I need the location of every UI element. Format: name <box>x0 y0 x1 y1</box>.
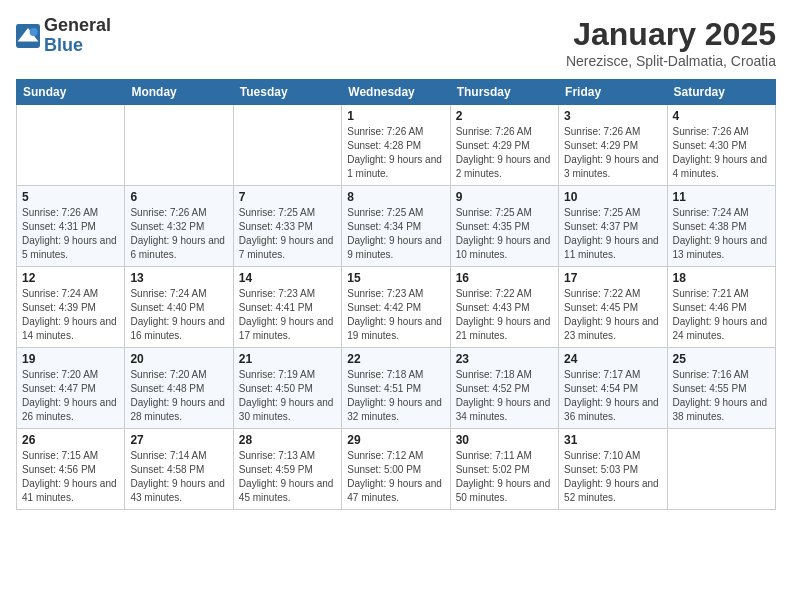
day-number: 10 <box>564 190 661 204</box>
day-number: 18 <box>673 271 770 285</box>
day-info: Sunrise: 7:14 AM Sunset: 4:58 PM Dayligh… <box>130 449 227 505</box>
calendar-cell: 14Sunrise: 7:23 AM Sunset: 4:41 PM Dayli… <box>233 267 341 348</box>
day-number: 16 <box>456 271 553 285</box>
calendar-cell: 13Sunrise: 7:24 AM Sunset: 4:40 PM Dayli… <box>125 267 233 348</box>
day-number: 5 <box>22 190 119 204</box>
day-info: Sunrise: 7:21 AM Sunset: 4:46 PM Dayligh… <box>673 287 770 343</box>
weekday-header-sunday: Sunday <box>17 80 125 105</box>
title-area: January 2025 Nerezisce, Split-Dalmatia, … <box>566 16 776 69</box>
calendar-cell: 25Sunrise: 7:16 AM Sunset: 4:55 PM Dayli… <box>667 348 775 429</box>
day-number: 4 <box>673 109 770 123</box>
day-info: Sunrise: 7:13 AM Sunset: 4:59 PM Dayligh… <box>239 449 336 505</box>
calendar-week-row: 12Sunrise: 7:24 AM Sunset: 4:39 PM Dayli… <box>17 267 776 348</box>
day-info: Sunrise: 7:26 AM Sunset: 4:30 PM Dayligh… <box>673 125 770 181</box>
day-number: 8 <box>347 190 444 204</box>
calendar-cell: 11Sunrise: 7:24 AM Sunset: 4:38 PM Dayli… <box>667 186 775 267</box>
weekday-header-tuesday: Tuesday <box>233 80 341 105</box>
day-info: Sunrise: 7:17 AM Sunset: 4:54 PM Dayligh… <box>564 368 661 424</box>
logo-text: General Blue <box>44 16 111 56</box>
day-number: 27 <box>130 433 227 447</box>
calendar-cell: 24Sunrise: 7:17 AM Sunset: 4:54 PM Dayli… <box>559 348 667 429</box>
weekday-header-wednesday: Wednesday <box>342 80 450 105</box>
day-number: 14 <box>239 271 336 285</box>
day-number: 11 <box>673 190 770 204</box>
day-number: 6 <box>130 190 227 204</box>
calendar-cell: 9Sunrise: 7:25 AM Sunset: 4:35 PM Daylig… <box>450 186 558 267</box>
day-number: 24 <box>564 352 661 366</box>
calendar-cell: 26Sunrise: 7:15 AM Sunset: 4:56 PM Dayli… <box>17 429 125 510</box>
calendar-cell: 2Sunrise: 7:26 AM Sunset: 4:29 PM Daylig… <box>450 105 558 186</box>
calendar-cell: 5Sunrise: 7:26 AM Sunset: 4:31 PM Daylig… <box>17 186 125 267</box>
day-number: 23 <box>456 352 553 366</box>
day-number: 7 <box>239 190 336 204</box>
day-info: Sunrise: 7:16 AM Sunset: 4:55 PM Dayligh… <box>673 368 770 424</box>
calendar-cell: 31Sunrise: 7:10 AM Sunset: 5:03 PM Dayli… <box>559 429 667 510</box>
day-info: Sunrise: 7:25 AM Sunset: 4:37 PM Dayligh… <box>564 206 661 262</box>
day-info: Sunrise: 7:18 AM Sunset: 4:51 PM Dayligh… <box>347 368 444 424</box>
day-number: 19 <box>22 352 119 366</box>
day-number: 28 <box>239 433 336 447</box>
day-info: Sunrise: 7:18 AM Sunset: 4:52 PM Dayligh… <box>456 368 553 424</box>
calendar-cell <box>17 105 125 186</box>
calendar-cell <box>233 105 341 186</box>
day-info: Sunrise: 7:22 AM Sunset: 4:43 PM Dayligh… <box>456 287 553 343</box>
day-info: Sunrise: 7:20 AM Sunset: 4:48 PM Dayligh… <box>130 368 227 424</box>
day-number: 2 <box>456 109 553 123</box>
day-info: Sunrise: 7:25 AM Sunset: 4:35 PM Dayligh… <box>456 206 553 262</box>
logo-blue: Blue <box>44 36 111 56</box>
day-info: Sunrise: 7:23 AM Sunset: 4:42 PM Dayligh… <box>347 287 444 343</box>
day-number: 15 <box>347 271 444 285</box>
calendar-cell: 27Sunrise: 7:14 AM Sunset: 4:58 PM Dayli… <box>125 429 233 510</box>
calendar-cell <box>125 105 233 186</box>
weekday-header-row: SundayMondayTuesdayWednesdayThursdayFrid… <box>17 80 776 105</box>
day-info: Sunrise: 7:24 AM Sunset: 4:38 PM Dayligh… <box>673 206 770 262</box>
calendar-cell: 16Sunrise: 7:22 AM Sunset: 4:43 PM Dayli… <box>450 267 558 348</box>
page-header: General Blue January 2025 Nerezisce, Spl… <box>16 16 776 69</box>
calendar-cell: 6Sunrise: 7:26 AM Sunset: 4:32 PM Daylig… <box>125 186 233 267</box>
calendar-cell: 21Sunrise: 7:19 AM Sunset: 4:50 PM Dayli… <box>233 348 341 429</box>
day-info: Sunrise: 7:22 AM Sunset: 4:45 PM Dayligh… <box>564 287 661 343</box>
day-info: Sunrise: 7:26 AM Sunset: 4:31 PM Dayligh… <box>22 206 119 262</box>
calendar-cell: 30Sunrise: 7:11 AM Sunset: 5:02 PM Dayli… <box>450 429 558 510</box>
calendar-cell: 1Sunrise: 7:26 AM Sunset: 4:28 PM Daylig… <box>342 105 450 186</box>
calendar-cell <box>667 429 775 510</box>
weekday-header-thursday: Thursday <box>450 80 558 105</box>
calendar-cell: 28Sunrise: 7:13 AM Sunset: 4:59 PM Dayli… <box>233 429 341 510</box>
day-number: 9 <box>456 190 553 204</box>
weekday-header-monday: Monday <box>125 80 233 105</box>
day-number: 26 <box>22 433 119 447</box>
day-number: 12 <box>22 271 119 285</box>
calendar-week-row: 19Sunrise: 7:20 AM Sunset: 4:47 PM Dayli… <box>17 348 776 429</box>
day-number: 21 <box>239 352 336 366</box>
day-info: Sunrise: 7:12 AM Sunset: 5:00 PM Dayligh… <box>347 449 444 505</box>
calendar-header: SundayMondayTuesdayWednesdayThursdayFrid… <box>17 80 776 105</box>
calendar-body: 1Sunrise: 7:26 AM Sunset: 4:28 PM Daylig… <box>17 105 776 510</box>
logo-icon <box>16 24 40 48</box>
logo: General Blue <box>16 16 111 56</box>
weekday-header-friday: Friday <box>559 80 667 105</box>
calendar-week-row: 26Sunrise: 7:15 AM Sunset: 4:56 PM Dayli… <box>17 429 776 510</box>
location: Nerezisce, Split-Dalmatia, Croatia <box>566 53 776 69</box>
svg-point-2 <box>30 28 38 36</box>
calendar-cell: 29Sunrise: 7:12 AM Sunset: 5:00 PM Dayli… <box>342 429 450 510</box>
weekday-header-saturday: Saturday <box>667 80 775 105</box>
calendar-cell: 8Sunrise: 7:25 AM Sunset: 4:34 PM Daylig… <box>342 186 450 267</box>
calendar-cell: 22Sunrise: 7:18 AM Sunset: 4:51 PM Dayli… <box>342 348 450 429</box>
day-number: 25 <box>673 352 770 366</box>
day-number: 3 <box>564 109 661 123</box>
calendar-week-row: 5Sunrise: 7:26 AM Sunset: 4:31 PM Daylig… <box>17 186 776 267</box>
day-number: 22 <box>347 352 444 366</box>
calendar-table: SundayMondayTuesdayWednesdayThursdayFrid… <box>16 79 776 510</box>
calendar-cell: 3Sunrise: 7:26 AM Sunset: 4:29 PM Daylig… <box>559 105 667 186</box>
calendar-cell: 7Sunrise: 7:25 AM Sunset: 4:33 PM Daylig… <box>233 186 341 267</box>
day-info: Sunrise: 7:25 AM Sunset: 4:34 PM Dayligh… <box>347 206 444 262</box>
day-info: Sunrise: 7:10 AM Sunset: 5:03 PM Dayligh… <box>564 449 661 505</box>
calendar-cell: 19Sunrise: 7:20 AM Sunset: 4:47 PM Dayli… <box>17 348 125 429</box>
day-info: Sunrise: 7:24 AM Sunset: 4:40 PM Dayligh… <box>130 287 227 343</box>
day-number: 30 <box>456 433 553 447</box>
day-info: Sunrise: 7:20 AM Sunset: 4:47 PM Dayligh… <box>22 368 119 424</box>
day-info: Sunrise: 7:24 AM Sunset: 4:39 PM Dayligh… <box>22 287 119 343</box>
day-number: 17 <box>564 271 661 285</box>
month-title: January 2025 <box>566 16 776 53</box>
calendar-cell: 20Sunrise: 7:20 AM Sunset: 4:48 PM Dayli… <box>125 348 233 429</box>
